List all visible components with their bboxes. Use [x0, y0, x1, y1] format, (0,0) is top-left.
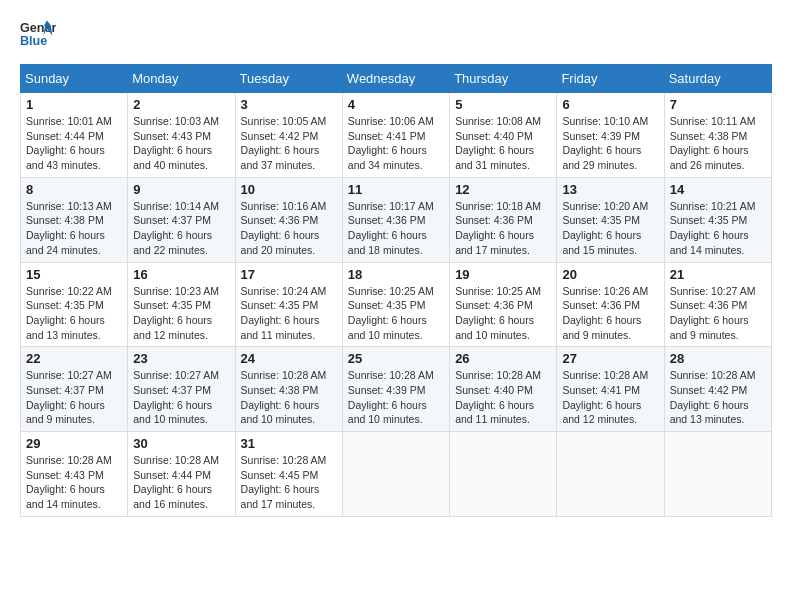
- weekday-header-monday: Monday: [128, 65, 235, 93]
- day-number: 9: [133, 182, 229, 197]
- svg-text:Blue: Blue: [20, 34, 47, 48]
- calendar-cell: 19 Sunrise: 10:25 AMSunset: 4:36 PMDayli…: [450, 262, 557, 347]
- day-info: Sunrise: 10:18 AMSunset: 4:36 PMDaylight…: [455, 199, 551, 258]
- day-info: Sunrise: 10:16 AMSunset: 4:36 PMDaylight…: [241, 199, 337, 258]
- calendar-cell: 11 Sunrise: 10:17 AMSunset: 4:36 PMDayli…: [342, 177, 449, 262]
- day-number: 31: [241, 436, 337, 451]
- day-number: 24: [241, 351, 337, 366]
- day-info: Sunrise: 10:20 AMSunset: 4:35 PMDaylight…: [562, 199, 658, 258]
- calendar-cell: 7 Sunrise: 10:11 AMSunset: 4:38 PMDaylig…: [664, 93, 771, 178]
- day-info: Sunrise: 10:21 AMSunset: 4:35 PMDaylight…: [670, 199, 766, 258]
- day-number: 6: [562, 97, 658, 112]
- calendar-cell: 23 Sunrise: 10:27 AMSunset: 4:37 PMDayli…: [128, 347, 235, 432]
- day-info: Sunrise: 10:01 AMSunset: 4:44 PMDaylight…: [26, 114, 122, 173]
- calendar-cell: 27 Sunrise: 10:28 AMSunset: 4:41 PMDayli…: [557, 347, 664, 432]
- day-number: 19: [455, 267, 551, 282]
- day-number: 27: [562, 351, 658, 366]
- logo-icon: General Blue: [20, 16, 56, 52]
- calendar-table: SundayMondayTuesdayWednesdayThursdayFrid…: [20, 64, 772, 517]
- day-info: Sunrise: 10:05 AMSunset: 4:42 PMDaylight…: [241, 114, 337, 173]
- day-info: Sunrise: 10:17 AMSunset: 4:36 PMDaylight…: [348, 199, 444, 258]
- calendar-cell: 20 Sunrise: 10:26 AMSunset: 4:36 PMDayli…: [557, 262, 664, 347]
- day-info: Sunrise: 10:26 AMSunset: 4:36 PMDaylight…: [562, 284, 658, 343]
- day-info: Sunrise: 10:28 AMSunset: 4:39 PMDaylight…: [348, 368, 444, 427]
- day-info: Sunrise: 10:28 AMSunset: 4:41 PMDaylight…: [562, 368, 658, 427]
- calendar-cell: 18 Sunrise: 10:25 AMSunset: 4:35 PMDayli…: [342, 262, 449, 347]
- day-number: 8: [26, 182, 122, 197]
- calendar-cell: 3 Sunrise: 10:05 AMSunset: 4:42 PMDaylig…: [235, 93, 342, 178]
- day-info: Sunrise: 10:28 AMSunset: 4:45 PMDaylight…: [241, 453, 337, 512]
- weekday-header-tuesday: Tuesday: [235, 65, 342, 93]
- weekday-header-friday: Friday: [557, 65, 664, 93]
- day-info: Sunrise: 10:22 AMSunset: 4:35 PMDaylight…: [26, 284, 122, 343]
- calendar-cell: 17 Sunrise: 10:24 AMSunset: 4:35 PMDayli…: [235, 262, 342, 347]
- day-info: Sunrise: 10:10 AMSunset: 4:39 PMDaylight…: [562, 114, 658, 173]
- calendar-cell: 28 Sunrise: 10:28 AMSunset: 4:42 PMDayli…: [664, 347, 771, 432]
- calendar-cell: 2 Sunrise: 10:03 AMSunset: 4:43 PMDaylig…: [128, 93, 235, 178]
- day-info: Sunrise: 10:08 AMSunset: 4:40 PMDaylight…: [455, 114, 551, 173]
- calendar-cell: 14 Sunrise: 10:21 AMSunset: 4:35 PMDayli…: [664, 177, 771, 262]
- calendar-cell: 29 Sunrise: 10:28 AMSunset: 4:43 PMDayli…: [21, 432, 128, 517]
- weekday-header-wednesday: Wednesday: [342, 65, 449, 93]
- calendar-cell: [450, 432, 557, 517]
- day-info: Sunrise: 10:28 AMSunset: 4:42 PMDaylight…: [670, 368, 766, 427]
- day-info: Sunrise: 10:25 AMSunset: 4:36 PMDaylight…: [455, 284, 551, 343]
- day-number: 16: [133, 267, 229, 282]
- calendar-cell: 12 Sunrise: 10:18 AMSunset: 4:36 PMDayli…: [450, 177, 557, 262]
- calendar-cell: 25 Sunrise: 10:28 AMSunset: 4:39 PMDayli…: [342, 347, 449, 432]
- day-info: Sunrise: 10:14 AMSunset: 4:37 PMDaylight…: [133, 199, 229, 258]
- day-number: 23: [133, 351, 229, 366]
- day-number: 4: [348, 97, 444, 112]
- day-info: Sunrise: 10:28 AMSunset: 4:38 PMDaylight…: [241, 368, 337, 427]
- day-info: Sunrise: 10:06 AMSunset: 4:41 PMDaylight…: [348, 114, 444, 173]
- calendar-cell: 6 Sunrise: 10:10 AMSunset: 4:39 PMDaylig…: [557, 93, 664, 178]
- day-number: 18: [348, 267, 444, 282]
- calendar-cell: 13 Sunrise: 10:20 AMSunset: 4:35 PMDayli…: [557, 177, 664, 262]
- day-number: 2: [133, 97, 229, 112]
- weekday-header-sunday: Sunday: [21, 65, 128, 93]
- day-number: 25: [348, 351, 444, 366]
- calendar-cell: 5 Sunrise: 10:08 AMSunset: 4:40 PMDaylig…: [450, 93, 557, 178]
- day-number: 21: [670, 267, 766, 282]
- calendar-cell: 9 Sunrise: 10:14 AMSunset: 4:37 PMDaylig…: [128, 177, 235, 262]
- calendar-cell: 22 Sunrise: 10:27 AMSunset: 4:37 PMDayli…: [21, 347, 128, 432]
- day-info: Sunrise: 10:27 AMSunset: 4:36 PMDaylight…: [670, 284, 766, 343]
- day-number: 3: [241, 97, 337, 112]
- day-number: 28: [670, 351, 766, 366]
- day-number: 5: [455, 97, 551, 112]
- day-number: 7: [670, 97, 766, 112]
- day-info: Sunrise: 10:13 AMSunset: 4:38 PMDaylight…: [26, 199, 122, 258]
- day-number: 1: [26, 97, 122, 112]
- calendar-cell: 8 Sunrise: 10:13 AMSunset: 4:38 PMDaylig…: [21, 177, 128, 262]
- day-number: 10: [241, 182, 337, 197]
- day-info: Sunrise: 10:24 AMSunset: 4:35 PMDaylight…: [241, 284, 337, 343]
- day-info: Sunrise: 10:23 AMSunset: 4:35 PMDaylight…: [133, 284, 229, 343]
- calendar-cell: 4 Sunrise: 10:06 AMSunset: 4:41 PMDaylig…: [342, 93, 449, 178]
- day-number: 29: [26, 436, 122, 451]
- day-info: Sunrise: 10:28 AMSunset: 4:43 PMDaylight…: [26, 453, 122, 512]
- weekday-header-thursday: Thursday: [450, 65, 557, 93]
- calendar-cell: [557, 432, 664, 517]
- day-number: 20: [562, 267, 658, 282]
- day-number: 13: [562, 182, 658, 197]
- day-number: 14: [670, 182, 766, 197]
- day-info: Sunrise: 10:11 AMSunset: 4:38 PMDaylight…: [670, 114, 766, 173]
- day-info: Sunrise: 10:28 AMSunset: 4:44 PMDaylight…: [133, 453, 229, 512]
- day-info: Sunrise: 10:03 AMSunset: 4:43 PMDaylight…: [133, 114, 229, 173]
- calendar-cell: 21 Sunrise: 10:27 AMSunset: 4:36 PMDayli…: [664, 262, 771, 347]
- day-number: 17: [241, 267, 337, 282]
- day-info: Sunrise: 10:27 AMSunset: 4:37 PMDaylight…: [26, 368, 122, 427]
- calendar-cell: 26 Sunrise: 10:28 AMSunset: 4:40 PMDayli…: [450, 347, 557, 432]
- calendar-cell: 31 Sunrise: 10:28 AMSunset: 4:45 PMDayli…: [235, 432, 342, 517]
- day-info: Sunrise: 10:27 AMSunset: 4:37 PMDaylight…: [133, 368, 229, 427]
- calendar-cell: 16 Sunrise: 10:23 AMSunset: 4:35 PMDayli…: [128, 262, 235, 347]
- day-number: 22: [26, 351, 122, 366]
- day-info: Sunrise: 10:28 AMSunset: 4:40 PMDaylight…: [455, 368, 551, 427]
- logo: General Blue: [20, 16, 56, 52]
- calendar-cell: 24 Sunrise: 10:28 AMSunset: 4:38 PMDayli…: [235, 347, 342, 432]
- calendar-cell: 10 Sunrise: 10:16 AMSunset: 4:36 PMDayli…: [235, 177, 342, 262]
- calendar-cell: [664, 432, 771, 517]
- calendar-cell: 30 Sunrise: 10:28 AMSunset: 4:44 PMDayli…: [128, 432, 235, 517]
- day-number: 11: [348, 182, 444, 197]
- weekday-header-saturday: Saturday: [664, 65, 771, 93]
